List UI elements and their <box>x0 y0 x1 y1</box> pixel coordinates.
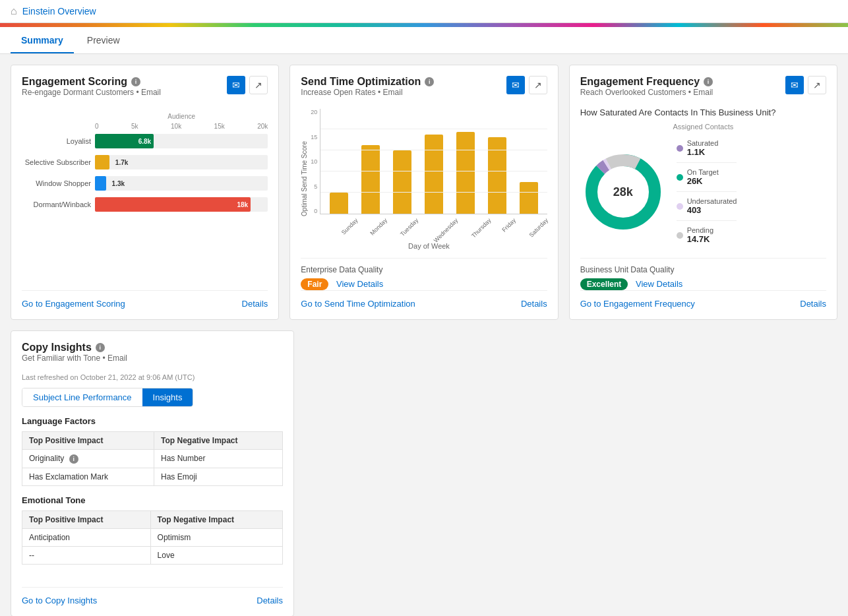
send-time-title: Send Time Optimization <box>301 76 421 88</box>
tab-subject-line[interactable]: Subject Line Performance <box>22 388 142 406</box>
go-to-send-time[interactable]: Go to Send Time Optimization <box>301 299 415 309</box>
table-row: Originality i Has Number <box>22 450 283 468</box>
send-time-chart-area: 20 15 10 5 0 <box>311 109 547 214</box>
freq-email-btn[interactable]: ✉ <box>785 76 804 94</box>
external-link-btn[interactable]: ↗ <box>249 76 268 94</box>
engagement-scoring-chart: Audience 0 5k 10k 15k 20k Loyalist 6.8k <box>22 108 268 290</box>
spacer <box>22 574 283 587</box>
audience-label: Audience <box>95 113 268 120</box>
copy-insights-info-icon[interactable]: i <box>96 343 105 352</box>
engagement-freq-card: Engagement Frequency i Reach Overlooked … <box>569 65 837 320</box>
axis-tick-15k: 15k <box>214 123 225 130</box>
copy-insights-title: Copy Insights <box>22 342 92 354</box>
v-bar-fill-tuesday <box>393 150 411 214</box>
engagement-scoring-details[interactable]: Details <box>242 299 268 309</box>
v-bar-fill-sunday <box>330 193 348 214</box>
bar-value-loyalist: 6.8k <box>138 138 151 145</box>
bar-row-dormant: Dormant/Winback 18k <box>22 197 268 212</box>
freq-title-group: Engagement Frequency i Reach Overlooked … <box>580 76 713 105</box>
v-bar-friday <box>488 137 506 214</box>
tone-col2-header: Top Negative Impact <box>150 510 282 528</box>
y-tick-20: 20 <box>311 109 317 115</box>
tone-row1-col1: Anticipation <box>22 528 151 546</box>
send-time-chart-inner: 20 15 10 5 0 <box>311 108 547 250</box>
send-time-actions: ✉ ↗ <box>506 76 547 94</box>
engagement-scoring-title: Engagement Scoring <box>22 76 127 88</box>
copy-insights-details[interactable]: Details <box>257 596 283 605</box>
freq-view-details[interactable]: View Details <box>636 279 682 289</box>
legend-pending: Pending 14.7K <box>677 226 737 244</box>
freq-details[interactable]: Details <box>800 299 826 309</box>
send-time-details[interactable]: Details <box>521 299 547 309</box>
send-time-dq-label: Enterprise Data Quality <box>301 265 547 274</box>
legend-on-target: On Target 26K <box>677 168 737 186</box>
tab-summary[interactable]: Summary <box>11 27 74 53</box>
engagement-scoring-info-icon[interactable]: i <box>131 77 140 86</box>
bar-fill-selective: 1.7k <box>95 155 109 169</box>
v-bar-tuesday <box>393 150 411 214</box>
bar-label-dormant: Dormant/Winback <box>22 200 91 208</box>
freq-title: Engagement Frequency <box>580 76 700 88</box>
go-to-engagement-scoring[interactable]: Go to Engagement Scoring <box>22 299 125 309</box>
legend-info-undersaturated: Undersaturated 403 <box>687 197 737 215</box>
go-to-copy-insights[interactable]: Go to Copy Insights <box>22 596 97 605</box>
axis-top: Audience <box>22 113 268 120</box>
top-cards-grid: Engagement Scoring i Re-engage Dormant C… <box>11 65 837 320</box>
send-time-chart-wrapper: Optimal Send Time Score 20 15 10 5 0 <box>301 108 547 250</box>
v-bar-wednesday <box>425 135 443 214</box>
send-time-view-details[interactable]: View Details <box>336 279 383 289</box>
home-icon[interactable]: ⌂ <box>11 5 17 17</box>
tab-insights-active[interactable]: Insights <box>142 388 193 406</box>
grid-5 <box>320 192 547 193</box>
send-time-info-icon[interactable]: i <box>425 77 434 86</box>
freq-info-icon[interactable]: i <box>704 77 713 86</box>
send-time-external-btn[interactable]: ↗ <box>529 76 547 94</box>
grid-10 <box>320 171 547 171</box>
tone-row2-col1: -- <box>22 546 151 564</box>
bar-track-dormant: 18k <box>95 197 268 212</box>
bar-fill-loyalist: 6.8k <box>95 134 154 148</box>
lang-row1-col1: Originality i <box>22 450 154 468</box>
tab-preview[interactable]: Preview <box>76 27 131 53</box>
tab-toggle: Subject Line Performance Insights <box>22 388 193 407</box>
freq-subtitle: Reach Overlooked Customers • Email <box>580 88 713 97</box>
v-bar-fill-wednesday <box>425 135 443 214</box>
email-icon-btn[interactable]: ✉ <box>227 76 245 94</box>
y-axis-title: Optimal Send Time Score <box>301 141 308 216</box>
bar-label-window: Window Shopper <box>22 179 91 187</box>
send-time-dq-badge: Fair <box>301 278 328 290</box>
send-time-dq-badge-row: Fair View Details <box>301 278 547 290</box>
bar-label-selective: Selective Subscriber <box>22 158 91 166</box>
bar-track-selective: 1.7k <box>95 155 268 169</box>
x-axis-labels: Sunday Monday Tuesday Wednesday Thursday… <box>311 217 547 224</box>
card-header: Engagement Scoring i Re-engage Dormant C… <box>22 76 268 105</box>
lang-row1-col2: Has Number <box>154 450 283 468</box>
y-tick-5: 5 <box>311 183 317 190</box>
table-row: -- Love <box>22 546 283 564</box>
y-tick-15: 15 <box>311 134 317 140</box>
page-title: Einstein Overview <box>22 6 96 16</box>
v-bar-thursday <box>456 132 475 214</box>
v-bar-fill-saturday <box>520 182 538 214</box>
freq-content: How Saturated Are Contacts In This Busin… <box>580 108 826 250</box>
donut-chart: 28k <box>580 149 666 235</box>
go-to-freq[interactable]: Go to Engagement Frequency <box>580 299 695 309</box>
table-row: Anticipation Optimism <box>22 528 283 546</box>
v-bar-monday <box>361 145 380 214</box>
bar-track-window: 1.3k <box>95 176 268 191</box>
v-bar-fill-monday <box>361 145 380 214</box>
legend-dot-pending <box>677 232 683 239</box>
freq-question: How Saturated Are Contacts In This Busin… <box>580 108 826 117</box>
axis-tick-20k: 20k <box>257 123 268 130</box>
x-axis-title: Day of Week <box>311 242 547 250</box>
freq-dq: Business Unit Data Quality Excellent Vie… <box>580 258 826 290</box>
freq-external-btn[interactable]: ↗ <box>808 76 826 94</box>
bar-row-selective: Selective Subscriber 1.7k <box>22 155 268 169</box>
tone-table-header: Top Positive Impact Top Negative Impact <box>22 510 283 528</box>
bar-value-dormant: 18k <box>237 201 248 208</box>
freq-actions: ✉ ↗ <box>785 76 826 94</box>
send-time-email-btn[interactable]: ✉ <box>506 76 525 94</box>
send-time-header: Send Time Optimization i Increase Open R… <box>301 76 547 105</box>
bar-value-selective: 1.7k <box>115 159 128 166</box>
originality-info-icon[interactable]: i <box>69 454 78 464</box>
